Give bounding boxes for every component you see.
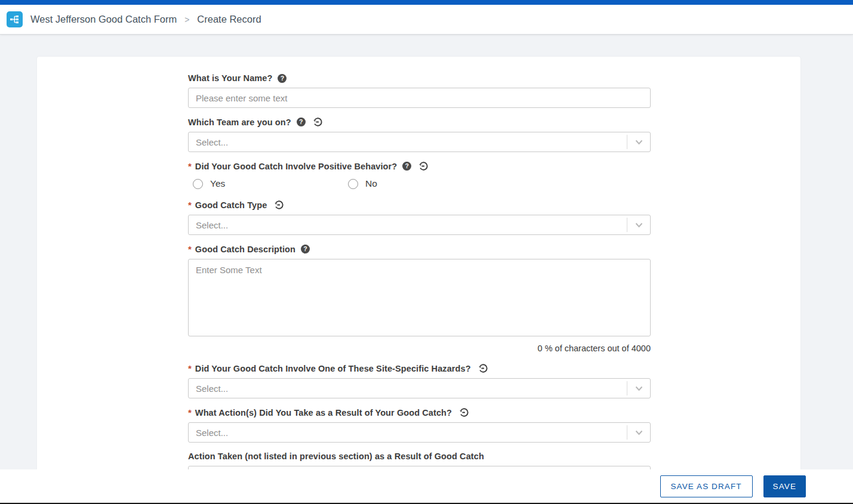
field-which-team-are-you-on: Which Team are you on??Select... — [188, 117, 651, 152]
positive-behavior-radio-group: YesNo — [193, 178, 651, 189]
select-placeholder: Select... — [196, 137, 627, 147]
chevron-down-icon — [635, 430, 643, 435]
chevron-down-icon — [635, 386, 643, 391]
footer-action-bar: SAVE AS DRAFT SAVE — [0, 469, 853, 503]
actions-taken-select[interactable]: Select... — [188, 422, 651, 443]
help-icon[interactable]: ? — [278, 74, 287, 83]
field-good-catch-type: *Good Catch TypeSelect... — [188, 200, 651, 235]
save-button[interactable]: SAVE — [763, 475, 806, 497]
refresh-arrow-glyph — [274, 200, 284, 210]
save-as-draft-button[interactable]: SAVE AS DRAFT — [660, 475, 753, 497]
chevron-down-icon — [635, 140, 643, 145]
field-label: Action Taken (not listed in previous sec… — [188, 452, 484, 461]
field-label-row: *What Action(s) Did You Take as a Result… — [188, 407, 651, 418]
app-logo-icon[interactable] — [7, 11, 23, 27]
good-catch-type-select[interactable]: Select... — [188, 215, 651, 235]
field-actions-taken: *What Action(s) Did You Take as a Result… — [188, 407, 651, 443]
form-card: What is Your Name??Which Team are you on… — [37, 57, 800, 504]
radio-button[interactable] — [193, 179, 203, 189]
refresh-icon[interactable] — [478, 363, 488, 373]
refresh-arrow-glyph — [313, 117, 323, 127]
required-asterisk: * — [188, 363, 192, 373]
good-catch-description-textarea[interactable] — [188, 259, 651, 336]
chevron-down-icon — [635, 222, 643, 228]
field-label: Did Your Good Catch Involve One of These… — [195, 364, 471, 373]
refresh-arrow-glyph — [418, 161, 429, 171]
field-label-row: *Good Catch Type — [188, 200, 651, 210]
field-label-row: *Did Your Good Catch Involve Positive Be… — [188, 161, 651, 171]
select-chevron[interactable] — [627, 222, 650, 228]
refresh-arrow-glyph — [459, 407, 469, 418]
breadcrumb: West Jefferson Good Catch Form > Create … — [30, 14, 261, 25]
refresh-icon[interactable] — [313, 117, 323, 127]
site-specific-hazards-select[interactable]: Select... — [188, 378, 651, 398]
app-header: West Jefferson Good Catch Form > Create … — [0, 5, 853, 35]
field-positive-behavior: *Did Your Good Catch Involve Positive Be… — [188, 161, 651, 189]
field-label-row: *Good Catch Description? — [188, 244, 651, 254]
select-chevron[interactable] — [627, 430, 650, 435]
which-team-are-you-on-select[interactable]: Select... — [188, 132, 651, 152]
select-chevron[interactable] — [627, 140, 650, 145]
char-counter: 0 % of characters out of 4000 — [188, 344, 651, 353]
select-placeholder: Select... — [196, 220, 627, 230]
required-asterisk: * — [188, 407, 192, 418]
field-label: What is Your Name? — [188, 73, 272, 83]
help-icon[interactable]: ? — [297, 118, 306, 126]
field-label: Which Team are you on? — [188, 118, 291, 127]
select-placeholder: Select... — [196, 428, 627, 438]
help-icon[interactable]: ? — [301, 245, 310, 253]
field-label-row: *Did Your Good Catch Involve One of Thes… — [188, 363, 651, 373]
field-label: Good Catch Type — [195, 200, 267, 210]
field-label-row: What is Your Name?? — [188, 73, 651, 83]
required-asterisk: * — [188, 161, 192, 171]
required-asterisk: * — [188, 200, 192, 210]
select-placeholder: Select... — [196, 384, 627, 394]
field-label: Did Your Good Catch Involve Positive Beh… — [195, 162, 397, 171]
refresh-icon[interactable] — [274, 200, 284, 210]
field-site-specific-hazards: *Did Your Good Catch Involve One of Thes… — [188, 363, 651, 398]
refresh-icon[interactable] — [418, 161, 429, 171]
field-label-row: Action Taken (not listed in previous sec… — [188, 452, 651, 461]
radio-option-no[interactable]: No — [348, 178, 503, 189]
field-label: What Action(s) Did You Take as a Result … — [195, 408, 452, 418]
what-is-your-name-input[interactable] — [188, 88, 651, 108]
breadcrumb-separator-icon: > — [184, 15, 189, 24]
field-label-row: Which Team are you on?? — [188, 117, 651, 127]
top-accent-bar — [0, 0, 853, 5]
breadcrumb-current: Create Record — [197, 14, 261, 25]
form-fields-column: What is Your Name??Which Team are you on… — [188, 73, 651, 495]
radio-option-yes[interactable]: Yes — [193, 178, 348, 189]
breadcrumb-root[interactable]: West Jefferson Good Catch Form — [30, 14, 177, 25]
select-chevron[interactable] — [627, 386, 650, 391]
refresh-icon[interactable] — [459, 407, 469, 418]
refresh-arrow-glyph — [478, 363, 488, 373]
field-label: Good Catch Description — [195, 245, 295, 254]
field-what-is-your-name: What is Your Name?? — [188, 73, 651, 108]
radio-label: Yes — [210, 178, 225, 189]
field-good-catch-description: *Good Catch Description?0 % of character… — [188, 244, 651, 353]
radio-label: No — [365, 178, 377, 189]
help-icon[interactable]: ? — [402, 162, 411, 171]
required-asterisk: * — [188, 244, 192, 254]
form-flow-icon — [10, 14, 20, 24]
radio-button[interactable] — [348, 179, 358, 189]
